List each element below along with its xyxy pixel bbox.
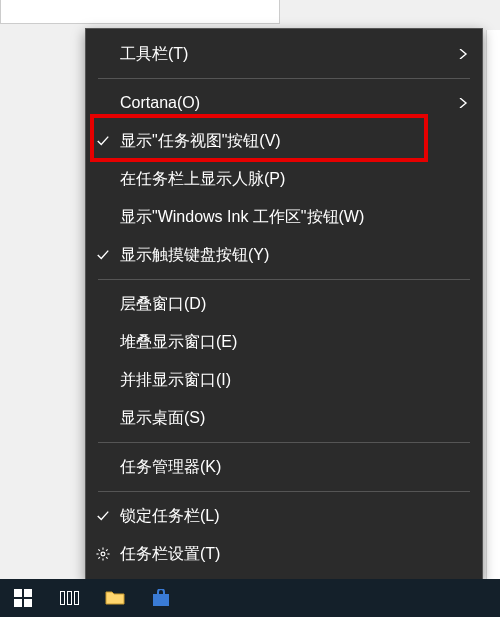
svg-point-0 (101, 552, 105, 556)
menu-item-label: 显示"Windows Ink 工作区"按钮(W) (120, 207, 450, 228)
menu-item-label: Cortana(O) (120, 94, 450, 112)
menu-item[interactable]: 锁定任务栏(L) (86, 497, 482, 535)
menu-item[interactable]: 任务管理器(K) (86, 448, 482, 486)
menu-item[interactable]: 显示桌面(S) (86, 399, 482, 437)
menu-item[interactable]: Cortana(O) (86, 84, 482, 122)
menu-item-label: 任务栏设置(T) (120, 544, 450, 565)
taskbar[interactable] (0, 579, 500, 617)
chevron-right-icon (450, 98, 468, 108)
taskbar-app-2[interactable] (138, 579, 184, 617)
windows-icon (14, 589, 32, 607)
menu-separator (98, 442, 470, 443)
svg-line-7 (98, 557, 100, 559)
menu-item[interactable]: 显示触摸键盘按钮(Y) (86, 236, 482, 274)
svg-line-5 (98, 549, 100, 551)
chevron-right-icon (450, 49, 468, 59)
menu-item[interactable]: 任务栏设置(T) (86, 535, 482, 573)
menu-item[interactable]: 工具栏(T) (86, 35, 482, 73)
menu-item[interactable]: 并排显示窗口(I) (86, 361, 482, 399)
check-icon (86, 248, 120, 262)
menu-item-label: 堆叠显示窗口(E) (120, 332, 450, 353)
start-button[interactable] (0, 579, 46, 617)
task-view-icon (60, 591, 79, 605)
task-view-button[interactable] (46, 579, 92, 617)
menu-item[interactable]: 层叠窗口(D) (86, 285, 482, 323)
svg-line-8 (106, 549, 108, 551)
menu-item-label: 显示桌面(S) (120, 408, 450, 429)
gear-icon (86, 547, 120, 561)
background-edge (486, 30, 500, 580)
svg-rect-9 (153, 594, 169, 606)
check-icon (86, 509, 120, 523)
menu-item-label: 并排显示窗口(I) (120, 370, 450, 391)
menu-item[interactable]: 在任务栏上显示人脉(P) (86, 160, 482, 198)
menu-item-label: 锁定任务栏(L) (120, 506, 450, 527)
menu-item[interactable]: 堆叠显示窗口(E) (86, 323, 482, 361)
menu-item-label: 层叠窗口(D) (120, 294, 450, 315)
menu-separator (98, 279, 470, 280)
menu-item-label: 在任务栏上显示人脉(P) (120, 169, 450, 190)
menu-item-label: 显示"任务视图"按钮(V) (120, 131, 450, 152)
folder-icon (105, 590, 125, 606)
menu-separator (98, 78, 470, 79)
menu-item[interactable]: 显示"Windows Ink 工作区"按钮(W) (86, 198, 482, 236)
check-icon (86, 134, 120, 148)
background-window-fragment (0, 0, 280, 24)
menu-separator (98, 491, 470, 492)
menu-item-label: 任务管理器(K) (120, 457, 450, 478)
menu-item-label: 显示触摸键盘按钮(Y) (120, 245, 450, 266)
store-icon (152, 589, 170, 607)
menu-item-label: 工具栏(T) (120, 44, 450, 65)
taskbar-app-1[interactable] (92, 579, 138, 617)
svg-line-6 (106, 557, 108, 559)
menu-item[interactable]: 显示"任务视图"按钮(V) (86, 122, 482, 160)
taskbar-context-menu: 工具栏(T)Cortana(O)显示"任务视图"按钮(V)在任务栏上显示人脉(P… (85, 28, 483, 580)
